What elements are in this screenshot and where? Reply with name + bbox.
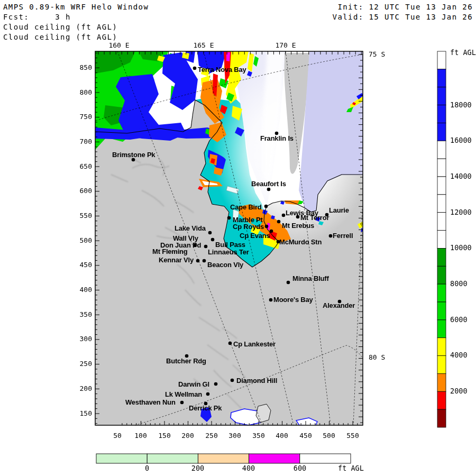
- y-axis-tick-label: 150: [80, 409, 92, 417]
- y-axis-tick-label: 350: [80, 310, 92, 318]
- x-axis-tick-label: 550: [346, 432, 359, 440]
- station-label: Brimstone Pk: [112, 151, 155, 159]
- lon-label: 160 E: [108, 41, 129, 49]
- station-dot: [206, 392, 210, 396]
- station-label: Cp Royds: [233, 223, 264, 231]
- colorbar-cell: [437, 69, 446, 87]
- station-dot: [208, 231, 212, 235]
- colorbar-tick-label: 600: [294, 464, 306, 472]
- colorbar-tick-label: 16000: [450, 136, 472, 144]
- colorbar-tick-label: 10000: [450, 243, 472, 252]
- y-axis-tick-label: 700: [80, 138, 92, 145]
- colorbar-cell: [437, 123, 446, 141]
- station-label: Terra Nova Bay: [198, 66, 247, 74]
- y-axis-tick-label: 200: [80, 385, 92, 392]
- station-dot: [203, 259, 206, 263]
- station-dot: [231, 379, 234, 382]
- lat-label: 80 S: [369, 353, 385, 361]
- station-label: Franklin Is: [260, 134, 294, 142]
- colorbar-cell: [437, 284, 446, 302]
- y-axis-tick-label: 400: [80, 286, 92, 294]
- plot-title: AMPS 0.89-km WRF Helo Window: [3, 2, 149, 12]
- colorbar-cell: [437, 266, 446, 284]
- x-axis-tick-label: 200: [181, 432, 194, 440]
- station-label: Alexander: [323, 301, 355, 309]
- x-axis-tick-label: 50: [113, 432, 122, 440]
- station-label: Linnaeus Ter: [208, 248, 249, 256]
- colorbar-cell: [437, 159, 446, 177]
- station-dot: [265, 225, 269, 228]
- station-label: Derrick Pk: [189, 404, 222, 412]
- colorbar-cell: [437, 87, 446, 105]
- station-label: Moore's Bay: [273, 296, 314, 304]
- station-label: Cp Evans: [240, 232, 270, 240]
- forecast-hour: Fcst: 3 h: [3, 12, 71, 22]
- station-label: Kennar Vly: [159, 256, 194, 264]
- colorbar-cell: [437, 177, 446, 195]
- colorbar-cell: [300, 454, 351, 463]
- station-dot: [204, 245, 208, 249]
- x-axis-tick-label: 350: [252, 432, 264, 440]
- station-dot: [269, 298, 273, 302]
- colorbar-cell: [437, 195, 446, 213]
- station-dot: [329, 234, 333, 238]
- y-axis-tick-label: 500: [80, 236, 92, 244]
- y-axis-tick-label: 600: [80, 187, 92, 195]
- station-label: Diamond Hill: [236, 377, 277, 385]
- station-dot: [270, 230, 273, 233]
- y-axis-tick-label: 750: [80, 113, 92, 121]
- station-dot: [277, 220, 281, 224]
- colorbar-cell: [437, 409, 446, 427]
- station-label: Lake Vida: [175, 224, 206, 232]
- station-label: Beaufort Is: [251, 180, 286, 188]
- station-label: Butcher Rdg: [166, 357, 206, 365]
- y-axis-tick-label: 850: [80, 63, 92, 71]
- y-axis-tick-label: 450: [80, 261, 92, 269]
- colorbar-cell: [437, 356, 446, 374]
- colorbar-tick-label: 4000: [450, 351, 468, 359]
- x-axis-tick-label: 450: [299, 432, 312, 440]
- colorbar-cell: [437, 338, 446, 356]
- forecast-map-figure: Terra Nova BayFranklin IsBrimstone PkBea…: [0, 0, 476, 476]
- station-dot: [180, 401, 184, 405]
- colorbar-tick-label: 2000: [450, 387, 468, 395]
- colorbar-cell: [198, 454, 249, 463]
- colorbar-cell: [437, 302, 446, 320]
- colorbar-tick-label: 14000: [450, 172, 472, 180]
- colorbar-tick-label: 200: [191, 464, 204, 472]
- x-axis-tick-label: 300: [228, 432, 241, 440]
- station-dot: [264, 205, 268, 208]
- station-dot: [211, 238, 215, 242]
- station-dot: [214, 382, 218, 386]
- station-label: Bull Pass: [215, 241, 245, 249]
- colorbar-cell: [96, 454, 147, 463]
- x-axis-tick-label: 400: [276, 432, 288, 440]
- station-label: Laurie: [329, 206, 349, 214]
- x-axis-tick-label: 500: [323, 432, 335, 440]
- station-dot: [228, 342, 232, 345]
- station-dot: [193, 67, 197, 70]
- lat-label: 75 S: [369, 50, 385, 58]
- colorbar-tick-label: 6000: [450, 315, 468, 324]
- y-axis-tick-label: 800: [80, 88, 92, 96]
- colorbar-cell: [437, 391, 446, 409]
- station-label: Darwin Gl: [178, 380, 209, 388]
- y-axis-tick-label: 550: [80, 212, 92, 219]
- x-axis-tick-label: 250: [205, 432, 217, 440]
- station-label: Cp Lankester: [233, 340, 276, 348]
- station-label: Beacon Vly: [207, 261, 244, 269]
- y-axis-tick-label: 300: [80, 335, 92, 343]
- colorbar-tick-label: 400: [242, 464, 255, 472]
- colorbar-cell: [437, 320, 446, 338]
- station-label: Westhaven Nun: [125, 398, 176, 406]
- station-label: Lk Wellman: [165, 390, 202, 398]
- field-name-2: Cloud ceiling (ft AGL): [3, 32, 117, 42]
- x-axis-tick-label: 150: [158, 432, 170, 440]
- station-label: Minna Bluff: [292, 274, 329, 282]
- colorbar-cell: [437, 105, 446, 123]
- colorbar-tick-label: 8000: [450, 279, 468, 288]
- station-label: Mt Fleming: [152, 248, 188, 255]
- amps-forecast-page: AMPS 0.89-km WRF Helo Window Fcst: 3 h C…: [0, 0, 476, 476]
- colorbar-tick-label: 0: [145, 464, 149, 472]
- station-dot: [267, 188, 271, 191]
